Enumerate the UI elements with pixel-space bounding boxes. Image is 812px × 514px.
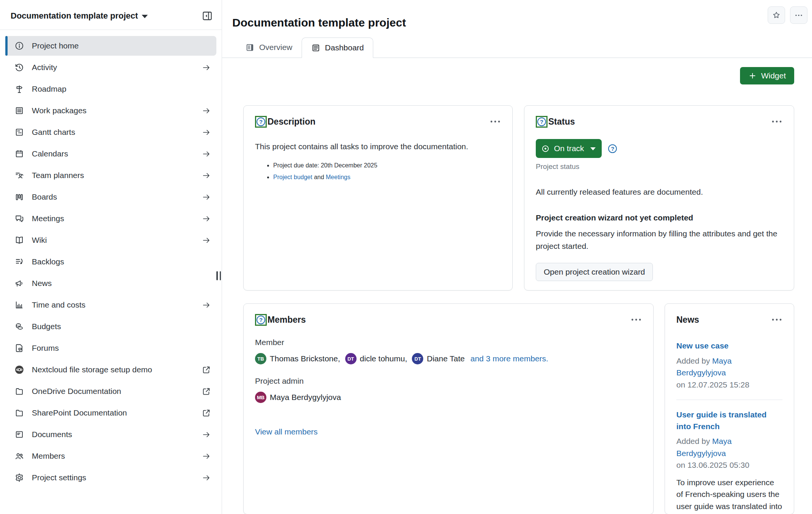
tab-dashboard[interactable]: Dashboard	[302, 37, 374, 58]
avatar[interactable]: MB	[255, 392, 266, 403]
work-packages-icon	[14, 106, 24, 116]
news-added-by-text: Added by	[676, 437, 712, 445]
add-widget-button[interactable]: Widget	[740, 67, 794, 84]
help-icon[interactable]: ?	[608, 144, 617, 153]
arrow-right-icon	[202, 106, 211, 116]
help-icon[interactable]: ?	[257, 316, 265, 324]
project-budget-link[interactable]: Project budget	[273, 174, 312, 180]
sidebar-item-wiki[interactable]: Wiki	[5, 230, 216, 250]
sidebar-item-activity[interactable]: Activity	[5, 58, 216, 77]
sidebar-item-label: Project home	[32, 41, 211, 50]
sidebar-menu: Project homeActivityRoadmapWork packages…	[0, 30, 222, 487]
member-name[interactable]: Diane Tate	[427, 354, 465, 363]
sidebar-item-label: Activity	[32, 63, 197, 72]
sidebar-item-time-and-costs[interactable]: Time and costs	[5, 295, 216, 315]
members-widget-header: ? Members	[255, 314, 642, 326]
add-widget-label: Widget	[761, 71, 786, 80]
sidebar-item-label: Backlogs	[32, 257, 211, 266]
project-selector[interactable]: Documentation template project	[11, 11, 148, 21]
member-name[interactable]: Maya Berdygylyjova	[270, 393, 341, 402]
nextcloud-icon	[14, 365, 24, 375]
sidebar-item-label: Budgets	[32, 322, 211, 331]
member-name[interactable]: Thomas Brickstone,	[270, 354, 340, 363]
project-status-dropdown[interactable]: On track	[536, 139, 602, 158]
members-widget: ? Members MemberTBThomas Brickstone,DTdi…	[243, 303, 654, 514]
open-wizard-button[interactable]: Open project creation wizard	[536, 263, 653, 281]
widget-menu-button[interactable]	[770, 117, 783, 126]
external-link-icon	[202, 365, 211, 375]
ellipsis-icon	[770, 315, 783, 324]
sidebar-item-label: Members	[32, 452, 197, 461]
sidebar-item-documents[interactable]: Documents	[5, 425, 216, 444]
news-headline-link[interactable]: New use case	[676, 340, 782, 352]
news-date: on 12.07.2025 15:28	[676, 379, 782, 391]
news-widget: News New use caseAdded by Maya Berdygyly…	[665, 303, 794, 514]
news-divider	[676, 400, 782, 400]
sidebar-item-forums[interactable]: Forums	[5, 338, 216, 358]
sidebar-item-sharepoint-documentation[interactable]: SharePoint Documentation	[5, 403, 216, 423]
documents-icon	[14, 430, 24, 439]
meetings-icon	[14, 214, 24, 223]
tab-bar: OverviewDashboard	[222, 37, 812, 58]
more-button[interactable]	[790, 6, 807, 24]
widget-menu-button[interactable]	[489, 117, 502, 126]
sidebar-item-budgets[interactable]: Budgets	[5, 317, 216, 336]
description-bullet: Project due date: 20th December 2025	[273, 162, 501, 169]
widget-menu-button[interactable]	[770, 315, 783, 324]
sidebar-item-label: News	[32, 279, 211, 288]
sidebar-item-project-settings[interactable]: Project settings	[5, 468, 216, 487]
more-members-link[interactable]: and 3 more members.	[471, 354, 548, 363]
folder-icon	[14, 386, 24, 396]
sidebar-item-work-packages[interactable]: Work packages	[5, 101, 216, 120]
sidebar-item-boards[interactable]: Boards	[5, 187, 216, 207]
sidebar-item-calendars[interactable]: Calendars	[5, 144, 216, 164]
sidebar-item-nextcloud-file-storage-setup-demo[interactable]: Nextcloud file storage setup demo	[5, 360, 216, 380]
header-actions	[768, 6, 807, 24]
news-entry: New use caseAdded by Maya Berdygylyjovao…	[676, 340, 782, 391]
status-widget-title: Status	[548, 116, 575, 128]
sidebar-item-news[interactable]: News	[5, 273, 216, 293]
status-caption: Project status	[536, 162, 782, 171]
news-headline-link[interactable]: User guide is translated into French	[676, 409, 782, 432]
arrow-right-icon	[202, 128, 211, 137]
arrow-right-icon	[202, 63, 211, 72]
wizard-heading: Project creation wizard not yet complete…	[536, 213, 782, 222]
member-name[interactable]: dicle tohumu,	[360, 354, 407, 363]
sidebar-item-backlogs[interactable]: Backlogs	[5, 252, 216, 272]
sidebar-item-roadmap[interactable]: Roadmap	[5, 79, 216, 99]
view-all-members-link[interactable]: View all members	[255, 427, 318, 436]
sidebar-resize-handle[interactable]	[216, 271, 221, 280]
avatar[interactable]: TB	[255, 353, 266, 364]
arrow-right-icon	[202, 300, 211, 310]
budget-icon	[14, 322, 24, 331]
sidebar-item-members[interactable]: Members	[5, 446, 216, 466]
tab-overview[interactable]: Overview	[236, 37, 302, 58]
widget-menu-button[interactable]	[630, 315, 643, 324]
favorite-button[interactable]	[768, 6, 785, 24]
help-icon[interactable]: ?	[537, 117, 546, 126]
sidebar-item-project-home[interactable]: Project home	[5, 36, 216, 56]
sidebar-item-label: Roadmap	[32, 84, 211, 94]
forums-icon	[14, 343, 24, 353]
sidebar-item-label: Work packages	[32, 106, 197, 115]
status-summary: All currently released features are docu…	[536, 187, 782, 197]
avatar[interactable]: DT	[345, 353, 357, 364]
member-role-label: Member	[255, 338, 642, 347]
status-widget-header: ? Status	[536, 116, 782, 128]
sidebar-item-team-planners[interactable]: Team planners	[5, 166, 216, 185]
boards-icon	[14, 192, 24, 202]
sidebar-item-meetings[interactable]: Meetings	[5, 209, 216, 228]
dashboard-toolbar: Widget	[243, 67, 794, 84]
help-icon[interactable]: ?	[257, 117, 265, 126]
sidebar-item-onedrive-documentation[interactable]: OneDrive Documentation	[5, 381, 216, 401]
tab-label: Overview	[259, 43, 293, 52]
news-body: To improve user experience of French-spe…	[676, 477, 782, 514]
avatar[interactable]: DT	[412, 353, 423, 364]
status-badge-label: On track	[554, 144, 584, 153]
news-date: on 13.06.2025 05:30	[676, 459, 782, 471]
collapse-sidebar-button[interactable]	[201, 10, 213, 22]
sidebar-item-gantt-charts[interactable]: Gantt charts	[5, 122, 216, 142]
arrow-right-icon	[202, 473, 211, 483]
arrow-right-icon	[202, 149, 211, 159]
meetings-link[interactable]: Meetings	[326, 174, 350, 180]
